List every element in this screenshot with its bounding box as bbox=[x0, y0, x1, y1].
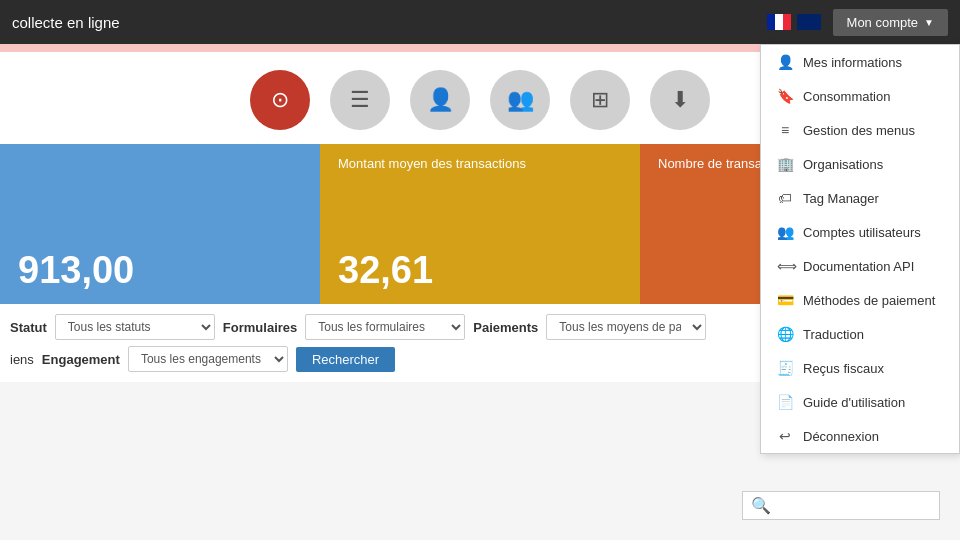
liens-label: iens bbox=[10, 352, 34, 367]
flag-uk-icon[interactable] bbox=[797, 14, 821, 30]
dropdown-item-mes-informations[interactable]: 👤Mes informations bbox=[761, 45, 959, 79]
recus-fiscaux-icon: 🧾 bbox=[777, 360, 793, 376]
tag-manager-icon: 🏷 bbox=[777, 190, 793, 206]
topnav: collecte en ligne Mon compte ▼ 👤Mes info… bbox=[0, 0, 960, 44]
mon-compte-button[interactable]: Mon compte ▼ bbox=[833, 9, 948, 36]
bottom-search-bar: 🔍 bbox=[742, 491, 940, 520]
organisations-icon: 🏢 bbox=[777, 156, 793, 172]
dropdown-item-traduction[interactable]: 🌐Traduction bbox=[761, 317, 959, 351]
dashboard-icon-btn[interactable]: ⊙ bbox=[250, 70, 310, 130]
stat-box-average: Montant moyen des transactions 32,61 bbox=[320, 144, 640, 304]
dropdown-item-organisations[interactable]: 🏢Organisations bbox=[761, 147, 959, 181]
paiements-label: Paiements bbox=[473, 320, 538, 335]
statut-select[interactable]: Tous les statuts bbox=[55, 314, 215, 340]
dropdown-item-comptes-utilisateurs[interactable]: 👥Comptes utilisateurs bbox=[761, 215, 959, 249]
download-icon-btn[interactable]: ⬇ bbox=[650, 70, 710, 130]
stat-box-total: 913,00 bbox=[0, 144, 320, 304]
mes-informations-icon: 👤 bbox=[777, 54, 793, 70]
dropdown-item-methodes-paiement[interactable]: 💳Méthodes de paiement bbox=[761, 283, 959, 317]
documentation-api-icon: ⟺ bbox=[777, 258, 793, 274]
traduction-icon: 🌐 bbox=[777, 326, 793, 342]
stat-value-total: 913,00 bbox=[18, 249, 302, 292]
dropdown-item-consommation[interactable]: 🔖Consommation bbox=[761, 79, 959, 113]
guide-utilisation-icon: 📄 bbox=[777, 394, 793, 410]
user-icon-btn[interactable]: 👤 bbox=[410, 70, 470, 130]
menu-icon-btn[interactable]: ☰ bbox=[330, 70, 390, 130]
search-icon[interactable]: 🔍 bbox=[751, 496, 771, 515]
account-dropdown-menu: 👤Mes informations🔖Consommation≡Gestion d… bbox=[760, 44, 960, 454]
engagement-label: Engagement bbox=[42, 352, 120, 367]
stat-value-average: 32,61 bbox=[338, 249, 622, 292]
dropdown-item-tag-manager[interactable]: 🏷Tag Manager bbox=[761, 181, 959, 215]
users-icon-btn[interactable]: 👥 bbox=[490, 70, 550, 130]
app-title: collecte en ligne bbox=[12, 14, 767, 31]
bottom-search-input[interactable] bbox=[771, 498, 931, 513]
paiements-select[interactable]: Tous les moyens de paiement bbox=[546, 314, 706, 340]
dropdown-item-deconnexion[interactable]: ↩Déconnexion bbox=[761, 419, 959, 453]
dropdown-item-recus-fiscaux[interactable]: 🧾Reçus fiscaux bbox=[761, 351, 959, 385]
deconnexion-icon: ↩ bbox=[777, 428, 793, 444]
consommation-icon: 🔖 bbox=[777, 88, 793, 104]
dropdown-item-guide-utilisation[interactable]: 📄Guide d'utilisation bbox=[761, 385, 959, 419]
statut-label: Statut bbox=[10, 320, 47, 335]
formulaires-select[interactable]: Tous les formulaires bbox=[305, 314, 465, 340]
formulaires-label: Formulaires bbox=[223, 320, 297, 335]
dropdown-item-documentation-api[interactable]: ⟺Documentation API bbox=[761, 249, 959, 283]
dropdown-item-gestion-menus[interactable]: ≡Gestion des menus bbox=[761, 113, 959, 147]
flag-fr-icon[interactable] bbox=[767, 14, 791, 30]
gestion-menus-icon: ≡ bbox=[777, 122, 793, 138]
grid-icon-btn[interactable]: ⊞ bbox=[570, 70, 630, 130]
language-flags bbox=[767, 14, 821, 30]
stat-label-average: Montant moyen des transactions bbox=[338, 156, 526, 171]
engagement-select[interactable]: Tous les engagements bbox=[128, 346, 288, 372]
caret-icon: ▼ bbox=[924, 17, 934, 28]
comptes-utilisateurs-icon: 👥 bbox=[777, 224, 793, 240]
methodes-paiement-icon: 💳 bbox=[777, 292, 793, 308]
rechercher-button[interactable]: Rechercher bbox=[296, 347, 395, 372]
